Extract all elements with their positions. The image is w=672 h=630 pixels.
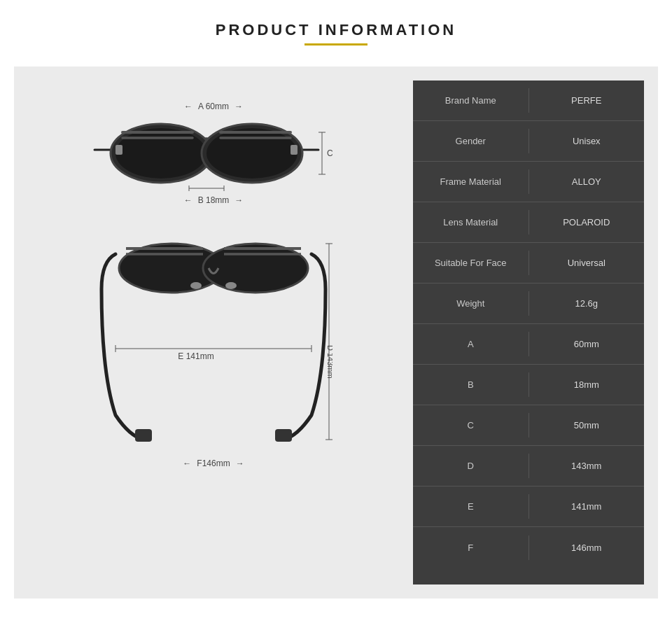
svg-point-20 (203, 244, 308, 293)
svg-text:C 50mm: C 50mm (327, 148, 332, 158)
title-underline (304, 43, 368, 46)
content-area: ← A 60mm → (14, 66, 658, 598)
svg-point-3 (115, 128, 206, 178)
glasses-bottom-container: E 141mm D 143mm ← F146mm → (80, 233, 346, 468)
page-title: PRODUCT INFORMATION (14, 21, 658, 39)
info-row-label: Frame Material (413, 169, 529, 194)
info-row-label: E (413, 494, 529, 519)
arrow-right-a: → (234, 102, 243, 111)
page-wrapper: PRODUCT INFORMATION ← A 60mm → (0, 0, 672, 612)
info-row-value: Unisex (529, 129, 645, 153)
dimension-f-label: F146mm (197, 458, 230, 468)
svg-rect-28 (275, 429, 292, 442)
arrow-left-a: ← (184, 102, 192, 111)
image-section: ← A 60mm → (28, 80, 399, 584)
info-row: Lens MaterialPOLAROID (413, 202, 644, 243)
info-row-label: B (413, 372, 529, 397)
info-row: D143mm (413, 446, 644, 486)
info-row-label: A (413, 332, 529, 356)
info-row-value: PERFE (529, 88, 645, 113)
svg-rect-11 (290, 145, 298, 155)
info-row-label: F (413, 536, 529, 560)
info-row-value: ALLOY (529, 169, 645, 194)
svg-rect-10 (115, 145, 122, 155)
info-row-value: Universal (529, 251, 645, 275)
glasses-back-svg: E 141mm D 143mm (94, 233, 332, 450)
svg-text:D 143mm: D 143mm (326, 345, 332, 379)
info-row-label: Lens Material (413, 210, 529, 234)
dimension-f-row: ← F146mm → (80, 458, 346, 468)
info-row-label: Weight (413, 291, 529, 316)
dimension-a-label: A 60mm (198, 102, 229, 111)
svg-text:E 141mm: E 141mm (178, 351, 214, 361)
info-row: E141mm (413, 486, 644, 527)
info-row: Brand NamePERFE (413, 80, 644, 121)
info-row-label: Suitable For Face (413, 251, 529, 275)
info-row-value: 12.6g (529, 291, 645, 316)
svg-point-5 (206, 128, 298, 178)
info-row-value: 60mm (529, 332, 645, 356)
arrow-right-f: → (236, 458, 244, 468)
info-row-label: Gender (413, 129, 529, 153)
glasses-top-container: ← A 60mm → (80, 102, 346, 205)
info-row: A60mm (413, 324, 644, 365)
glasses-front-svg-container: C 50mm (80, 111, 332, 202)
svg-point-25 (190, 282, 202, 289)
info-row-value: 18mm (529, 372, 645, 397)
title-section: PRODUCT INFORMATION (14, 21, 658, 46)
info-row: C50mm (413, 405, 644, 446)
info-row: Weight12.6g (413, 284, 644, 324)
info-row: Suitable For FaceUniversal (413, 243, 644, 284)
glasses-front-svg: C 50mm (80, 111, 332, 202)
dimension-a-row: ← A 60mm → (80, 102, 346, 111)
arrow-left-f: ← (183, 458, 191, 468)
info-row-label: C (413, 413, 529, 438)
svg-rect-27 (135, 429, 152, 442)
svg-point-26 (225, 282, 237, 289)
info-row-value: 50mm (529, 413, 645, 438)
info-row-value: POLAROID (529, 210, 645, 234)
info-row-value: 141mm (529, 494, 645, 519)
info-row: B18mm (413, 365, 644, 405)
info-row-label: D (413, 454, 529, 478)
glasses-back-svg-container: E 141mm D 143mm (94, 233, 332, 457)
info-table: Brand NamePERFEGenderUnisexFrame Materia… (413, 80, 644, 584)
info-row-value: 143mm (529, 454, 645, 478)
info-row-value: 146mm (529, 536, 645, 560)
info-row: Frame MaterialALLOY (413, 162, 644, 202)
info-row: F146mm (413, 527, 644, 568)
info-row: GenderUnisex (413, 121, 644, 162)
info-row-label: Brand Name (413, 88, 529, 113)
